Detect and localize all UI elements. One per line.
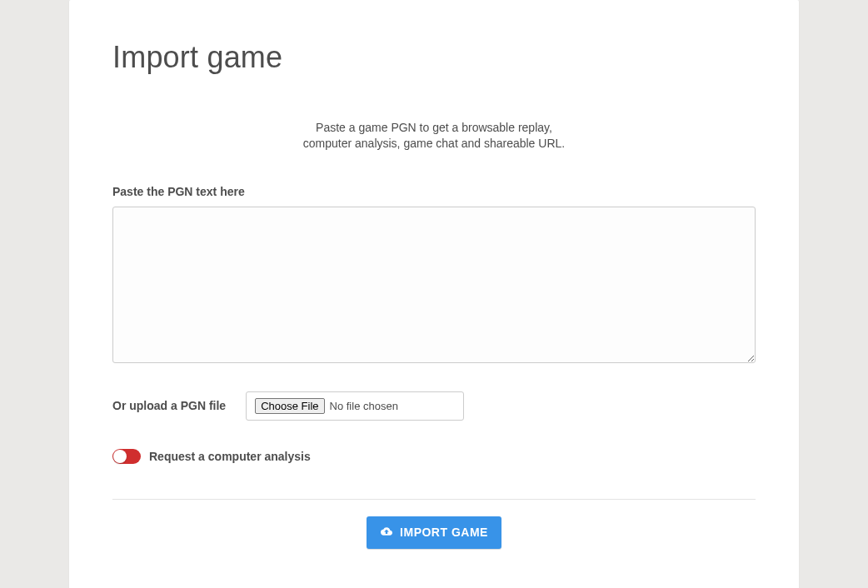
file-input-wrap[interactable]: Choose File No file chosen [246, 391, 464, 421]
import-game-card: Import game Paste a game PGN to get a br… [69, 0, 799, 588]
description-line-1: Paste a game PGN to get a browsable repl… [316, 121, 552, 134]
import-game-button[interactable]: Import Game [367, 516, 501, 549]
pgn-text-label: Paste the PGN text here [112, 185, 756, 198]
import-game-button-label: Import Game [400, 526, 488, 539]
file-status-text: No file chosen [330, 400, 398, 412]
description-line-2: computer analysis, game chat and shareab… [303, 137, 565, 150]
upload-row: Or upload a PGN file Choose File No file… [112, 391, 756, 421]
pgn-textarea[interactable] [112, 207, 756, 363]
submit-row: Import Game [112, 516, 756, 549]
toggle-knob [113, 450, 127, 463]
cloud-upload-icon [380, 526, 393, 540]
analysis-row: Request a computer analysis [112, 449, 756, 464]
pgn-text-group: Paste the PGN text here [112, 185, 756, 366]
divider [112, 499, 756, 500]
page-title: Import game [112, 40, 756, 75]
choose-file-button[interactable]: Choose File [255, 398, 324, 414]
analysis-label: Request a computer analysis [149, 450, 311, 463]
upload-label: Or upload a PGN file [112, 399, 226, 412]
analysis-toggle[interactable] [112, 449, 141, 464]
description-block: Paste a game PGN to get a browsable repl… [112, 120, 756, 152]
